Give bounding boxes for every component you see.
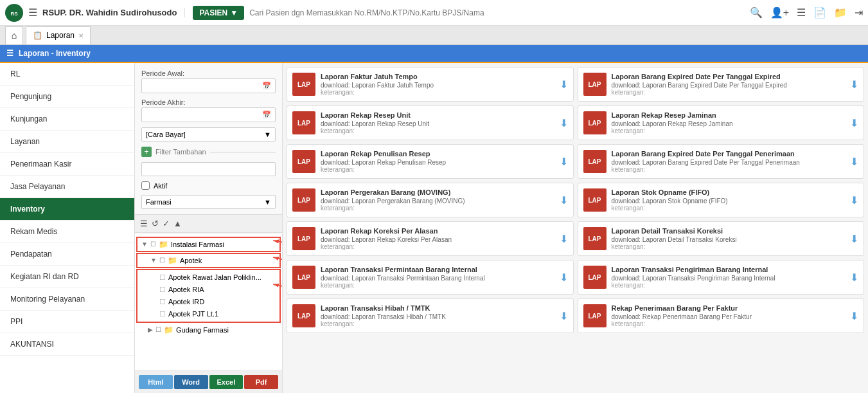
nama-barang-row: [ Nama Barang ] (141, 162, 276, 176)
report-title-r10: Laporan Detail Transaksi Koreksi (612, 227, 859, 235)
download-button-r12[interactable]: ⬇ (850, 271, 858, 284)
calendar-icon[interactable]: 📅 (262, 82, 271, 90)
report-keterangan-r14: keterangan: (612, 320, 859, 327)
tab-close-icon[interactable]: ✕ (78, 32, 84, 39)
report-body-r4: Laporan Rekap Resep Jaminan download: La… (612, 111, 859, 134)
logout-icon[interactable]: ⇥ (855, 6, 863, 19)
download-button-r14[interactable]: ⬇ (850, 310, 858, 322)
aktif-checkbox[interactable] (141, 181, 150, 190)
search-input[interactable] (249, 8, 745, 17)
download-button-r6[interactable]: ⬇ (850, 156, 858, 168)
download-button-r13[interactable]: ⬇ (560, 310, 568, 322)
tree-item-apotek-ria[interactable]: ☐ Apotek RIA (137, 284, 279, 296)
report-keterangan-r6: keterangan: (612, 166, 859, 173)
tree-list-icon[interactable]: ☰ (140, 219, 148, 228)
sidebar-item-monitoring[interactable]: Monitoring Pelayanan (0, 288, 134, 311)
filter-tambahan-add-icon[interactable]: + (141, 147, 152, 157)
nama-barang-input[interactable]: [ Nama Barang ] (141, 162, 276, 176)
nama-barang-field[interactable]: [ Nama Barang ] (146, 165, 271, 173)
report-keterangan-r8: keterangan: (612, 205, 859, 212)
sidebar-item-inventory[interactable]: Inventory (0, 198, 134, 221)
sidebar-item-kunjungan[interactable]: Kunjungan (0, 108, 134, 131)
report-icon-r5: LAP (292, 150, 315, 173)
report-body-r14: Rekap Penerimaan Barang Per Faktur downl… (612, 304, 859, 327)
periode-awal-input[interactable]: 01-11-2023 📅 (141, 78, 276, 93)
sidebar-item-kegiatan-ri-rd[interactable]: Kegiatan RI dan RD (0, 266, 134, 288)
tree-collapse-icon[interactable]: ▲ (173, 219, 182, 228)
periode-akhir-input[interactable]: 30-11-2023 📅 (141, 107, 276, 122)
laporan-tab[interactable]: 📋 Laporan ✕ (26, 26, 91, 44)
sidebar-item-penerimaan-kasir[interactable]: Penerimaan Kasir (0, 153, 134, 176)
tree-item-instalasi-farmasi[interactable]: ▼ ☐ 📁 Instalasi Farmasi (136, 237, 281, 252)
sidebar-item-rekam-medis[interactable]: Rekam Medis (0, 221, 134, 243)
cara-bayar-select[interactable]: [Cara Bayar] ▼ (141, 127, 276, 142)
download-button-r10[interactable]: ⬇ (850, 233, 858, 245)
tree-apotek-collapse-toggle[interactable]: ▼ (150, 257, 157, 264)
calendar-akhir-icon[interactable]: 📅 (262, 111, 271, 119)
sidebar-item-pendapatan[interactable]: Pendapatan (0, 243, 134, 266)
hamburger-menu-icon[interactable]: ☰ (28, 6, 37, 19)
sidebar-item-ppi[interactable]: PPI (0, 311, 134, 333)
export-pdf-button[interactable]: Pdf (244, 375, 278, 389)
file-icon-ria: ☐ (159, 286, 166, 294)
report-keterangan-r3: keterangan: (321, 127, 568, 134)
tree-gudang-checkbox-icon[interactable]: ☐ (155, 326, 161, 333)
download-button-r9[interactable]: ⬇ (560, 233, 568, 245)
tab-bar: ⌂ 📋 Laporan ✕ (0, 26, 868, 45)
report-title-r5: Laporan Rekap Penulisan Resep (321, 150, 568, 158)
app-logo: RS (5, 4, 23, 22)
section-hamburger-icon[interactable]: ☰ (6, 49, 13, 58)
download-button-r8[interactable]: ⬇ (850, 194, 858, 206)
report-body-r2: Laporan Barang Expired Date Per Tanggal … (612, 73, 859, 96)
list-icon[interactable]: ☰ (797, 6, 806, 19)
tree-label-apotek-pjt: Apotek PJT Lt.1 (168, 310, 218, 318)
export-html-button[interactable]: Html (139, 375, 173, 389)
download-button-r5[interactable]: ⬇ (560, 156, 568, 168)
export-buttons: Html Word Excel Pdf (135, 370, 282, 393)
download-button-r1[interactable]: ⬇ (560, 78, 568, 91)
tree-item-apotek-rawat-jalan[interactable]: ☐ Apotek Rawat Jalan Poliklin... (137, 271, 279, 284)
report-keterangan-r1: keterangan: (321, 89, 568, 96)
periode-akhir-field[interactable]: 30-11-2023 (146, 111, 262, 119)
pasien-dropdown-icon: ▼ (230, 8, 238, 17)
report-body-r5: Laporan Rekap Penulisan Resep download: … (321, 150, 568, 173)
download-button-r7[interactable]: ⬇ (560, 194, 568, 206)
periode-awal-field[interactable]: 01-11-2023 (146, 82, 262, 90)
export-word-button[interactable]: Word (174, 375, 208, 389)
report-download-text-r2: download: Laporan Barang Expired Date Pe… (612, 82, 859, 89)
periode-akhir-label: Periode Akhir: (141, 98, 276, 106)
tree-item-gudang-farmasi[interactable]: ▶ ☐ 📁 Gudang Farmasi (135, 324, 282, 336)
add-user-icon[interactable]: 👤+ (770, 6, 789, 19)
search-bar[interactable] (249, 8, 745, 17)
folder-icon[interactable]: 📁 (834, 6, 847, 19)
report-title-r7: Laporan Pergerakan Barang (MOVING) (321, 188, 568, 196)
sidebar-item-akuntansi[interactable]: AKUNTANSI (0, 333, 134, 356)
tree-apotek-checkbox-icon[interactable]: ☐ (159, 257, 165, 264)
tree-item-apotek[interactable]: ▼ ☐ 📁 Apotek (136, 253, 281, 268)
tree-item-apotek-ird[interactable]: ☐ Apotek IRD (137, 296, 279, 308)
download-button-r4[interactable]: ⬇ (850, 117, 858, 129)
download-button-r11[interactable]: ⬇ (560, 271, 568, 284)
sidebar-item-rl[interactable]: RL (0, 63, 134, 86)
document-icon[interactable]: 📄 (813, 6, 826, 19)
periode-akhir-row: Periode Akhir: 30-11-2023 📅 (141, 98, 276, 122)
top-bar-icons: 🔍 👤+ ☰ 📄 📁 ⇥ (750, 6, 863, 19)
tree-checkbox-icon[interactable]: ☐ (150, 241, 156, 248)
tree-reset-icon[interactable]: ↺ (152, 219, 159, 228)
export-excel-button[interactable]: Excel (209, 375, 244, 389)
download-button-r2[interactable]: ⬇ (850, 78, 858, 91)
sidebar-item-layanan[interactable]: Layanan (0, 131, 134, 153)
tree-gudang-expand-toggle[interactable]: ▶ (148, 326, 153, 333)
download-button-r3[interactable]: ⬇ (560, 117, 568, 129)
tree-collapse-toggle[interactable]: ▼ (141, 241, 148, 248)
sidebar-item-jasa-pelayanan[interactable]: Jasa Pelayanan (0, 176, 134, 198)
tree-item-apotek-pjt[interactable]: ☐ Apotek PJT Lt.1 (137, 308, 279, 320)
pasien-button[interactable]: PASIEN ▼ (193, 6, 244, 20)
sidebar-item-pengunjung[interactable]: Pengunjung (0, 86, 134, 108)
search-icon[interactable]: 🔍 (750, 6, 763, 19)
report-icon-r10: LAP (583, 227, 607, 250)
home-tab[interactable]: ⌂ (5, 26, 23, 44)
section-title: Laporan - Inventory (19, 49, 91, 58)
tree-check-icon[interactable]: ✓ (163, 219, 170, 228)
farmasi-select[interactable]: Farmasi ▼ (141, 195, 276, 209)
